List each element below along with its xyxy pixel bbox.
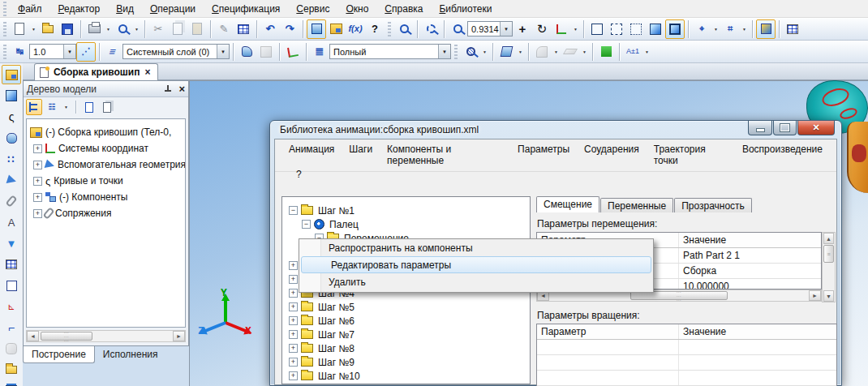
snap-mode-button[interactable]: ⋰: [76, 42, 96, 62]
step-combo-arrow[interactable]: [63, 45, 75, 58]
menu-file[interactable]: Файл: [10, 1, 50, 17]
expand-icon[interactable]: [33, 144, 42, 153]
snap-grid-dropdown[interactable]: [740, 20, 749, 38]
ctx-delete[interactable]: Удалить: [299, 273, 653, 290]
menu-edit[interactable]: Редактор: [50, 1, 109, 17]
menu-service[interactable]: Сервис: [288, 1, 337, 17]
scroll-down-icon[interactable]: ▼: [823, 290, 834, 302]
expand-icon[interactable]: [289, 289, 298, 298]
elbow-part-button[interactable]: ⌐: [2, 318, 21, 337]
step-7-row[interactable]: Шаг №7: [282, 328, 530, 341]
snap-point-button[interactable]: ⌖: [692, 19, 711, 39]
layers-button[interactable]: ≡: [103, 42, 122, 62]
toolbar-filters-grip[interactable]: [454, 45, 458, 59]
save-button[interactable]: [58, 19, 77, 39]
model-part-orange[interactable]: [847, 122, 868, 193]
zoom-scale-button[interactable]: [448, 19, 467, 39]
tree-horizontal-scrollbar[interactable]: ◄ ►: [26, 330, 186, 342]
tree-item-auxiliary-geometry[interactable]: Вспомогательная геометрия: [27, 157, 185, 173]
dimension-button[interactable]: A±1: [623, 42, 642, 62]
zoom-scale-combo-arrow[interactable]: [500, 22, 512, 36]
dlg-menu-steps[interactable]: Шаги: [342, 142, 380, 168]
ctx-propagate-to-components[interactable]: Распространить на компоненты: [299, 239, 653, 256]
step-6-row[interactable]: Шаг №6: [282, 314, 530, 328]
surface-filter-dropdown[interactable]: [552, 43, 561, 61]
edit-part-button[interactable]: [2, 65, 21, 84]
sketch-copy-button[interactable]: [256, 42, 276, 62]
maximize-button[interactable]: [773, 121, 797, 135]
minimize-button[interactable]: [748, 121, 772, 135]
expand-icon[interactable]: [289, 371, 298, 380]
expand-icon[interactable]: [33, 209, 42, 218]
scroll-right-icon[interactable]: ►: [809, 290, 821, 301]
menu-view[interactable]: Вид: [108, 1, 142, 17]
dimension-dropdown[interactable]: [642, 43, 651, 61]
paste-button[interactable]: [187, 19, 207, 39]
dlg-menu-parameters[interactable]: Параметры: [510, 142, 577, 168]
surface-button[interactable]: [2, 128, 21, 148]
dlg-menu-animation[interactable]: Анимация: [281, 142, 342, 168]
print-button[interactable]: [84, 19, 104, 39]
solid-filter-button[interactable]: [496, 42, 516, 62]
rotate-view-button[interactable]: ↻: [532, 19, 552, 39]
points-array-button[interactable]: ∷: [2, 149, 21, 169]
tree-item-root[interactable]: (-) Сборка кривошип (Тел-0,: [27, 124, 185, 140]
zoom-scale-combo[interactable]: 0.9314: [467, 21, 513, 36]
menu-libraries[interactable]: Библиотеки: [431, 1, 500, 17]
sheet-settings-button[interactable]: [783, 19, 802, 39]
ctx-edit-parameters[interactable]: Редактировать параметры: [301, 256, 651, 273]
scroll-up-icon[interactable]: ▲: [823, 233, 834, 244]
step-combo[interactable]: 1.0: [29, 44, 76, 59]
toolbar1-grip[interactable]: [3, 22, 6, 36]
layer-combo-arrow[interactable]: [217, 45, 229, 58]
hidden-lines-button[interactable]: [607, 19, 626, 39]
new-window-button[interactable]: [2, 276, 21, 295]
library-manager-button[interactable]: [326, 19, 346, 39]
tree-composition-dropdown[interactable]: [62, 98, 71, 116]
shaded-edges-button[interactable]: [665, 19, 685, 39]
collapse-icon[interactable]: [289, 206, 298, 215]
scroll-right-icon[interactable]: ►: [173, 331, 185, 341]
undo-button[interactable]: ↶: [260, 19, 280, 39]
orient-sketch-button[interactable]: [283, 42, 303, 62]
collapse-icon[interactable]: [302, 220, 311, 229]
menu-operations[interactable]: Операции: [142, 1, 204, 17]
panel-close-icon[interactable]: ×: [178, 84, 185, 94]
expand-icon[interactable]: [33, 193, 42, 202]
filter-button[interactable]: ▼: [2, 234, 21, 253]
camera-button[interactable]: [2, 339, 21, 358]
tree-structure-button[interactable]: [26, 99, 42, 115]
surface-filter-button[interactable]: [532, 42, 552, 62]
relations-button[interactable]: [81, 99, 97, 115]
open-button[interactable]: [38, 19, 58, 39]
expand-icon[interactable]: [289, 344, 298, 353]
check-measure-button[interactable]: ⊾: [2, 297, 21, 316]
tree-composition-button[interactable]: ☷: [44, 99, 60, 115]
print-preview-dropdown[interactable]: [132, 20, 141, 38]
tab-configurations[interactable]: Исполнения: [95, 346, 166, 363]
new-document-dropdown[interactable]: [29, 20, 38, 38]
tab-variables[interactable]: Переменные: [600, 198, 673, 212]
menu-help[interactable]: Справка: [376, 1, 431, 17]
tab-offset[interactable]: Смещение: [536, 196, 599, 212]
document-tab-close-icon[interactable]: ×: [144, 66, 150, 78]
spline-button[interactable]: ς: [2, 107, 21, 127]
tab-construction[interactable]: Построение: [23, 346, 95, 363]
report-table-button[interactable]: [2, 255, 21, 274]
step-9-row[interactable]: Шаг №9: [282, 355, 530, 369]
tab-transparency[interactable]: Прозрачность: [674, 198, 752, 212]
zoom-in-button[interactable]: [394, 19, 414, 39]
snap-grid-button[interactable]: ⌗: [720, 19, 740, 39]
wireframe-button[interactable]: [587, 19, 607, 39]
layer-combo[interactable]: Системный слой (0): [122, 44, 230, 59]
step-5-row[interactable]: Шаг №5: [282, 300, 530, 314]
spreadsheet-button[interactable]: [234, 19, 253, 39]
copy-button[interactable]: [168, 19, 187, 39]
toolbar2-grip[interactable]: [3, 45, 6, 59]
plane-filter-button[interactable]: [561, 42, 580, 62]
step-size-button[interactable]: ↹: [10, 42, 29, 62]
variables-window-button[interactable]: [307, 19, 326, 39]
compass-button[interactable]: A: [2, 212, 21, 232]
new-document-button[interactable]: [10, 19, 29, 39]
redo-button[interactable]: ↷: [280, 19, 299, 39]
